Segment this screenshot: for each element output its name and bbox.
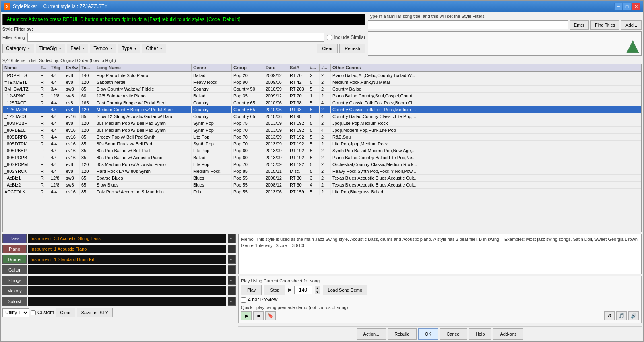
table-row[interactable]: _80MPBBPR4/4ev812080s Medium Pop w/ Bell…: [3, 120, 641, 127]
table-cell: Country 65: [232, 113, 264, 120]
table-cell: 85: [80, 147, 95, 154]
custom-checkbox[interactable]: [31, 310, 36, 315]
bar-preview-checkbox[interactable]: [241, 297, 246, 303]
type-dropdown[interactable]: Type ▼: [118, 44, 140, 53]
add-button[interactable]: Add...: [621, 20, 642, 30]
table-row[interactable]: _80SDTRKR4/4ev168580s SoundTrack w/ Bell…: [3, 141, 641, 147]
table-row[interactable]: _12-8PNOR12/8sw86012/8 Solo Acoustic Pia…: [3, 93, 641, 99]
table-row[interactable]: _12STACFR4/4ev8165Fast Country Boogie w/…: [3, 99, 641, 106]
drums-dots-button[interactable]: ⋯: [228, 255, 236, 264]
transport-bookmark-button[interactable]: 🔖: [265, 311, 276, 320]
table-cell: RT 70: [288, 72, 308, 79]
col-header-evsw[interactable]: EvSw: [64, 64, 80, 71]
play-button[interactable]: Play: [241, 285, 262, 295]
tempo-dropdown[interactable]: Tempo ▼: [90, 44, 116, 53]
melody-label: Melody: [2, 286, 27, 295]
table-cell: 2: [320, 134, 331, 140]
table-cell: _12STACM: [3, 106, 39, 113]
melody-dots-button[interactable]: ⋯: [228, 286, 236, 295]
category-dropdown[interactable]: Category ▼: [2, 44, 34, 53]
table-row[interactable]: _80SBRPBR4/4ev1685Breezy Pop w/ Bell Pad…: [3, 134, 641, 141]
table-row[interactable]: _80SPOPBR4/4ev168580s Pop Ballad w/ Acou…: [3, 154, 641, 161]
enter-button[interactable]: Enter: [570, 20, 589, 30]
ok-button[interactable]: OK: [418, 328, 438, 340]
table-cell: 2: [320, 154, 331, 161]
table-cell: Breezy Pop w/ Bell Pad Synth: [95, 134, 192, 140]
guitar-dots-button[interactable]: ⋯: [228, 265, 236, 274]
table-row[interactable]: _AcBlz1R12/8sw865Sparse BluesBluesPop 55…: [3, 175, 641, 182]
bass-dots-button[interactable]: ⋯: [228, 234, 236, 243]
table-row[interactable]: _80SPBBPR4/4ev168580s Pop Ballad w/ Bell…: [3, 147, 641, 154]
col-header-t[interactable]: T...: [39, 64, 49, 71]
piano-dots-button[interactable]: ⋯: [228, 245, 236, 253]
speaker-button[interactable]: 🔊: [628, 311, 639, 320]
col-header-set[interactable]: Set#: [288, 64, 308, 71]
other-dropdown[interactable]: Other ▼: [142, 44, 166, 53]
help-button[interactable]: Help: [469, 328, 492, 340]
rebuild-button[interactable]: Rebuild: [388, 328, 416, 340]
table-row[interactable]: _12STACSR4/4ev1685Slow 12-String Acousti…: [3, 113, 641, 120]
maximize-button[interactable]: □: [623, 3, 631, 10]
clear-utility-button[interactable]: Clear: [56, 308, 75, 317]
filter-string-input[interactable]: [27, 33, 324, 42]
song-search-input[interactable]: [368, 20, 568, 29]
audio-button[interactable]: 🎵: [616, 311, 627, 320]
col-header-te[interactable]: Te...: [80, 64, 95, 71]
col-header-tsig[interactable]: TSig: [49, 64, 64, 71]
save-sty-button[interactable]: Save as .STY: [77, 308, 113, 317]
table-body[interactable]: =POPPLTSR4/4ev8140Pop Piano Lite Solo Pi…: [3, 72, 641, 232]
table-cell: 12/8 Solo Acoustic Piano: [95, 93, 192, 99]
col-header-longname[interactable]: Long Name: [95, 64, 192, 71]
table-row[interactable]: _80SYRCKR4/4ev8120Hard Rock LA w/ 80s Sy…: [3, 168, 641, 175]
table-cell: 4/4: [49, 154, 64, 161]
table-row[interactable]: _AcBlz2R12/8sw865Slow BluesBluesPop 5520…: [3, 182, 641, 189]
refresh-button[interactable]: Refresh: [339, 44, 365, 53]
table-row[interactable]: =POPPLTSR4/4ev8140Pop Piano Lite Solo Pi…: [3, 72, 641, 79]
col-header-name[interactable]: Name: [3, 64, 39, 71]
soloist-dots-button[interactable]: ⋯: [228, 297, 236, 306]
col-header-hash2[interactable]: #...: [320, 64, 331, 71]
table-cell: 2013/09: [264, 147, 288, 154]
table-row[interactable]: =TEXMETLR4/4ev8120Sabbath MetalHeavy Roc…: [3, 79, 641, 86]
tempo-up-button[interactable]: ▲: [315, 286, 320, 290]
loop-button[interactable]: ↺: [604, 311, 615, 320]
include-similar-checkbox[interactable]: [327, 35, 332, 40]
table-cell: 80s SoundTrack w/ Bell Pad: [95, 141, 192, 147]
tempo-input[interactable]: [294, 286, 312, 294]
table-row[interactable]: _12STACMR4/4ev8120Medium Country Boogie …: [3, 106, 641, 113]
transport-stop-button[interactable]: ■: [253, 311, 264, 320]
table-row[interactable]: ACCFOLKR4/4ev1685Folk Pop w/ Accordion &…: [3, 189, 641, 195]
table-cell: Pop 70: [232, 161, 264, 168]
col-header-genre[interactable]: Genre: [192, 64, 232, 71]
load-song-demo-button[interactable]: Load Song Demo: [323, 285, 368, 295]
transport-play-button[interactable]: ▶: [241, 311, 252, 320]
find-titles-button[interactable]: Find Titles: [590, 20, 619, 30]
timesig-dropdown[interactable]: TimeSig ▼: [36, 44, 66, 53]
col-header-group[interactable]: Group: [232, 64, 264, 71]
strings-dots-button[interactable]: ⋯: [228, 276, 236, 285]
table-row[interactable]: _80PBELLR4/4ev1612080s Medium Pop w/ Bel…: [3, 127, 641, 134]
action-button[interactable]: Action...: [357, 328, 386, 340]
table-row[interactable]: _80SPOPMR4/4ev812080s Medium Pop w/ Acou…: [3, 161, 641, 168]
col-header-other[interactable]: Other Genres: [331, 64, 641, 71]
utility-select[interactable]: Utility 1: [2, 308, 29, 317]
tempo-down-button[interactable]: ▼: [315, 290, 320, 294]
minimize-button[interactable]: ─: [614, 3, 622, 10]
table-cell: ev8: [64, 106, 80, 113]
stop-button[interactable]: Stop: [264, 285, 285, 295]
table-cell: 120: [80, 106, 95, 113]
cancel-button[interactable]: Cancel: [440, 328, 467, 340]
table-row[interactable]: BM_CWLTZR3/4sw885Slow Country Waltz w/ F…: [3, 86, 641, 93]
clear-filter-button[interactable]: Clear: [317, 44, 338, 53]
table-cell: R: [39, 106, 49, 113]
col-header-hash1[interactable]: #...: [308, 64, 320, 71]
table-cell: Pop 55: [232, 189, 264, 195]
feel-dropdown[interactable]: Feel ▼: [67, 44, 88, 53]
tempo-arrows: ▲ ▼: [315, 286, 320, 294]
col-header-date[interactable]: Date: [264, 64, 288, 71]
piano-label: Piano: [2, 245, 27, 253]
addons-button[interactable]: Add-ons: [493, 328, 523, 340]
table-cell: 5: [308, 120, 320, 126]
close-button[interactable]: ✕: [632, 3, 640, 10]
table-cell: R: [39, 99, 49, 106]
